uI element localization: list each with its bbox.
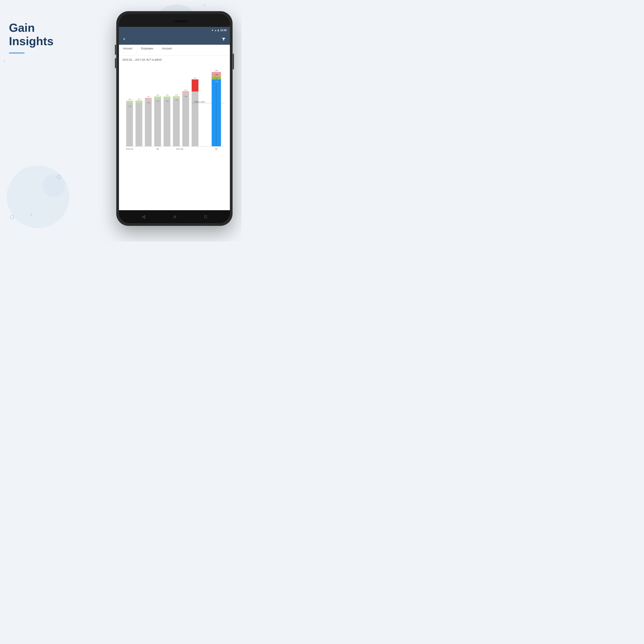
plus-decoration-3: + xyxy=(3,59,6,63)
bar-8-delta-red xyxy=(192,79,198,91)
phone-body: ▼ ▲ ▮ 12:30 × xyxy=(116,11,233,226)
svg-text:.531: .531 xyxy=(147,96,150,98)
earpiece-speaker xyxy=(174,20,188,22)
bg-decoration-circle-4 xyxy=(42,174,65,197)
svg-text:Q4: Q4 xyxy=(215,148,218,150)
bar-8 xyxy=(192,91,198,146)
volume-button-up xyxy=(115,45,116,55)
bar-3 xyxy=(145,100,152,146)
svg-text:-.023: -.023 xyxy=(146,102,150,104)
bg-ring-2 xyxy=(57,175,61,179)
headline: Gain Insights xyxy=(9,21,53,48)
bg-ring-3 xyxy=(10,215,14,219)
svg-text:+.02: +.02 xyxy=(165,100,169,102)
svg-text:.545: .545 xyxy=(156,94,159,96)
status-time: 12:30 xyxy=(220,29,227,32)
chart-subtitle: 2016-Q1....2017 Q4, ACT & ΔBUD xyxy=(122,58,227,61)
headline-underline xyxy=(9,53,25,53)
chart-svg: .499 +.05 .501 .531 -.023 xyxy=(122,63,227,157)
back-button[interactable]: ◁ xyxy=(142,214,145,219)
svg-text:.499: .499 xyxy=(128,98,131,100)
phone-device: ▼ ▲ ▮ 12:30 × xyxy=(116,11,233,226)
svg-text:2017-Q1: 2017-Q1 xyxy=(176,148,184,150)
headline-line1: Gain xyxy=(9,21,53,35)
plus-decoration-2: + xyxy=(203,3,206,7)
headline-line2: Insights xyxy=(9,35,53,48)
bar-6-delta xyxy=(173,96,180,98)
bar-6 xyxy=(173,98,180,146)
app-header: × xyxy=(119,34,230,45)
svg-text:1.32: 1.32 xyxy=(214,70,218,72)
home-button[interactable]: ○ xyxy=(173,214,176,220)
filter-value-amount: - xyxy=(123,51,124,54)
svg-text:-0.699 (-1.12%): -0.699 (-1.12%) xyxy=(194,101,205,103)
svg-text:2016-Q1: 2016-Q1 xyxy=(126,148,133,150)
svg-text:.546: .546 xyxy=(175,94,178,96)
chart-container: .499 +.05 .501 .531 -.023 xyxy=(122,63,227,162)
bar-9-blue xyxy=(212,79,221,146)
svg-text:.601: .601 xyxy=(184,89,187,91)
bar-5 xyxy=(163,99,170,146)
filter-button[interactable] xyxy=(221,37,226,41)
chart-area: 2016-Q1....2017 Q4, ACT & ΔBUD .499 +.05 xyxy=(119,56,230,162)
bar-top-dot xyxy=(216,76,217,77)
filter-value-employee: - xyxy=(136,51,137,54)
bar-4 xyxy=(154,99,161,146)
wifi-icon: ▼ xyxy=(211,29,214,32)
bar-7 xyxy=(182,93,189,146)
phone-screen-container: ▼ ▲ ▮ 12:30 × xyxy=(119,14,230,223)
signal-icon: ▲ xyxy=(214,29,217,32)
filter-label-amount: Amount xyxy=(123,47,132,50)
filters-section: Amount Employee Account - - - xyxy=(119,45,230,56)
svg-text:+.05: +.05 xyxy=(128,106,131,108)
bar-7-delta xyxy=(182,91,189,93)
volume-button-down xyxy=(115,58,116,68)
filter-value-account: - xyxy=(149,51,150,54)
power-button xyxy=(233,54,234,69)
recents-button[interactable]: □ xyxy=(204,214,207,219)
bar-2 xyxy=(136,103,142,146)
svg-text:.621: .621 xyxy=(193,77,197,79)
svg-text:.545: .545 xyxy=(165,94,169,96)
svg-text:Q4: Q4 xyxy=(156,148,159,150)
bar-1 xyxy=(126,103,133,146)
filter-label-account: Account xyxy=(162,47,172,50)
bottom-navigation: ◁ ○ □ xyxy=(119,210,230,223)
close-button[interactable]: × xyxy=(123,37,125,42)
plus-decoration-4: + xyxy=(30,213,33,217)
bar-1-delta xyxy=(126,101,133,103)
svg-text:.501: .501 xyxy=(137,98,141,100)
svg-text:+.02: +.02 xyxy=(175,99,178,101)
svg-text:+.01: +.01 xyxy=(156,100,159,102)
filter-label-employee: Employee xyxy=(141,47,153,50)
status-bar: ▼ ▲ ▮ 12:30 xyxy=(119,27,230,34)
battery-icon: ▮ xyxy=(218,29,219,32)
app-screen: ▼ ▲ ▮ 12:30 × xyxy=(119,27,230,210)
bar-2-delta xyxy=(136,100,142,103)
filter-icon xyxy=(221,37,226,41)
filter-values-row: - - - xyxy=(123,51,226,54)
status-icons: ▼ ▲ ▮ xyxy=(211,29,219,32)
filter-labels-row: Amount Employee Account xyxy=(123,47,226,50)
bar-4-delta xyxy=(154,96,161,99)
bar-5-delta xyxy=(163,96,170,99)
svg-text:-.031: -.031 xyxy=(184,96,187,97)
bar-3-delta xyxy=(145,98,152,100)
